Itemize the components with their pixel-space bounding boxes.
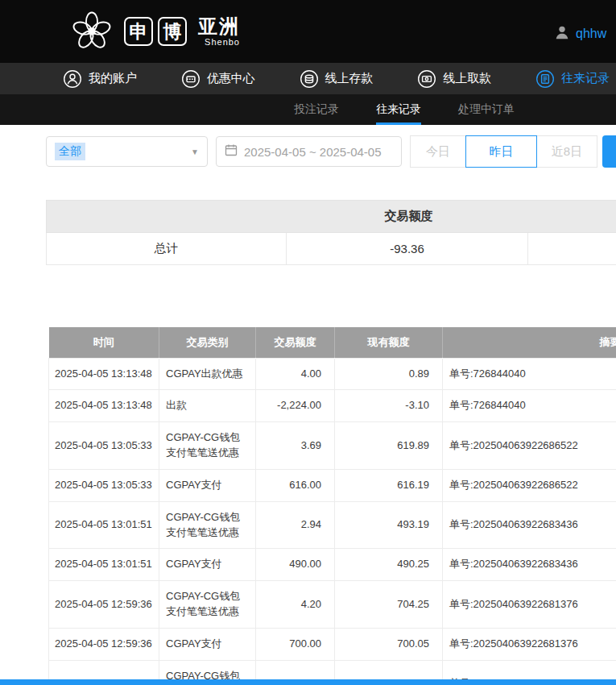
sub-nav: 投注记录 往来记录 处理中订单 [0,94,616,125]
cell-summary: 单号:726844040 [443,390,616,422]
deposit-icon [300,69,319,89]
cell-amount: -2,224.00 [256,390,335,422]
cell-amount: 4.00 [256,358,335,390]
summary-total-label: 总计 [47,233,287,265]
col-header-type: 交易类别 [159,327,256,358]
table-row: 2025-04-05 13:13:48出款-2,224.00-3.10单号:72… [49,390,616,422]
cell-amount: 2.94 [256,501,335,549]
logo-suffix: 亚洲 [198,16,240,37]
cell-amount: 490.00 [256,549,335,581]
logo-char-2: 博 [158,17,187,46]
cell-time: 2025-04-05 13:05:33 [49,469,159,501]
cell-amount: 616.00 [256,469,335,501]
cell-summary: 单号:202504063922683436 [443,549,616,581]
nav-item-deposit[interactable]: 线上存款 [300,69,374,89]
today-button[interactable]: 今日 [410,135,466,168]
nav-item-my-account[interactable]: 我的账户 [63,69,137,89]
quick-range-buttons: 今日 昨日 近8日 [410,135,597,168]
summary-total-value: -93.36 [287,233,528,265]
last-8-days-button[interactable]: 近8日 [536,135,597,168]
cell-type: CGPAY支付 [159,628,256,660]
cell-time: 2025-04-05 13:01:51 [49,501,159,549]
user-icon [63,69,82,89]
table-row: 2025-04-05 13:01:51CGPAY支付490.00490.25单号… [49,549,616,581]
nav-item-label: 往来记录 [561,71,610,86]
type-select-value: 全部 [55,143,85,160]
cell-time: 2025-04-05 13:13:48 [49,358,159,390]
user-area[interactable]: qhhw [553,23,616,44]
date-range-text: 2025-04-05 ~ 2025-04-05 [244,145,382,159]
cell-time: 2025-04-05 13:13:48 [49,390,159,422]
nav-item-transaction-records[interactable]: 往来记录 [535,69,610,89]
logo-char-1: 申 [124,17,153,46]
cell-balance: 704.25 [335,581,443,629]
cell-balance: 616.19 [335,469,443,501]
col-header-summary: 摘要 [443,327,616,358]
cell-summary: 单号:202504063922686522 [443,422,616,470]
search-button[interactable] [602,135,616,168]
records-icon [535,69,555,89]
cell-type: CGPAY-CG钱包支付笔笔送优惠 [159,422,256,470]
cell-summary: 单号:202504063922683436 [443,501,616,549]
table-row: 2025-04-05 12:59:36CGPAY-CG钱包支付笔笔送优惠4.20… [49,581,616,629]
cell-type: CGPAY-CG钱包支付笔笔送优惠 [159,501,256,549]
cell-balance: -3.10 [335,390,443,422]
col-header-time: 时间 [49,327,159,358]
username-text[interactable]: qhhw [576,27,606,41]
cell-balance: 0.89 [335,358,443,390]
coupon-icon [181,69,201,89]
summary-header: 交易额度 [47,201,616,233]
withdraw-icon [417,69,436,89]
logo-boxed-chars: 申 博 [124,17,187,46]
subnav-item-betting-records[interactable]: 投注记录 [294,94,339,125]
cell-amount: 3.69 [256,422,335,470]
logo-subtitle: Shenbo [205,37,240,47]
cell-time: 2025-04-05 13:01:51 [49,549,159,581]
cell-balance: 700.05 [335,628,443,660]
cell-type: CGPAY-CG钱包支付笔笔送优惠 [159,581,256,629]
records-section: 时间 交易类别 交易额度 现有额度 摘要 2025-04-05 13:13:48… [48,327,616,685]
nav-item-label: 我的账户 [89,71,137,86]
chevron-down-icon: ▼ [191,147,199,156]
avatar-icon [553,23,571,44]
cell-time: 2025-04-05 12:59:36 [49,581,159,629]
summary-empty-cell [528,233,616,265]
site-logo: 申 博 亚洲 Shenbo [68,6,240,57]
cell-summary: 单号:202504063922681376 [443,581,616,629]
calendar-icon [225,143,238,160]
cell-summary: 单号:726844040 [443,358,616,390]
cell-type: CGPAY支付 [159,549,256,581]
table-row: 2025-04-05 13:13:48CGPAY出款优惠4.000.89单号:7… [49,358,616,390]
table-row: 2025-04-05 13:01:51CGPAY-CG钱包支付笔笔送优惠2.94… [49,501,616,549]
cell-balance: 619.89 [335,422,443,470]
col-header-balance: 现有额度 [335,327,443,358]
nav-item-label: 优惠中心 [207,71,255,86]
table-row: 2025-04-05 13:05:33CGPAY-CG钱包支付笔笔送优惠3.69… [49,422,616,470]
summary-section: 交易额度 总计 -93.36 [46,200,616,265]
nav-item-promotions[interactable]: 优惠中心 [181,69,255,89]
bottom-bar [0,679,616,685]
main-nav: 我的账户 优惠中心 线上存款 线上取款 [0,63,616,94]
cell-amount: 4.20 [256,581,335,629]
table-header-row: 时间 交易类别 交易额度 现有额度 摘要 [49,327,616,358]
cell-balance: 493.19 [335,501,443,549]
cell-type: 出款 [159,390,256,422]
subnav-item-processing-orders[interactable]: 处理中订单 [458,94,515,125]
nav-item-withdraw[interactable]: 线上取款 [417,69,491,89]
type-select[interactable]: 全部 ▼ [46,136,208,167]
nav-item-label: 线上取款 [443,71,491,86]
subnav-item-transaction-records[interactable]: 往来记录 [376,94,421,125]
cell-summary: 单号:202504063922686522 [443,469,616,501]
yesterday-button[interactable]: 昨日 [465,135,537,168]
cell-balance: 490.25 [335,549,443,581]
nav-item-label: 线上存款 [325,71,374,86]
cell-time: 2025-04-05 12:59:36 [49,628,159,660]
cell-amount: 700.00 [256,628,335,660]
records-table-body: 2025-04-05 13:13:48CGPAY出款优惠4.000.89单号:7… [49,358,616,685]
cell-type: CGPAY出款优惠 [159,358,256,390]
cell-type: CGPAY支付 [159,469,256,501]
col-header-amount: 交易额度 [256,327,335,358]
date-range-input[interactable]: 2025-04-05 ~ 2025-04-05 [216,136,402,167]
cell-time: 2025-04-05 13:05:33 [49,422,159,470]
summary-row: 总计 -93.36 [47,233,616,265]
